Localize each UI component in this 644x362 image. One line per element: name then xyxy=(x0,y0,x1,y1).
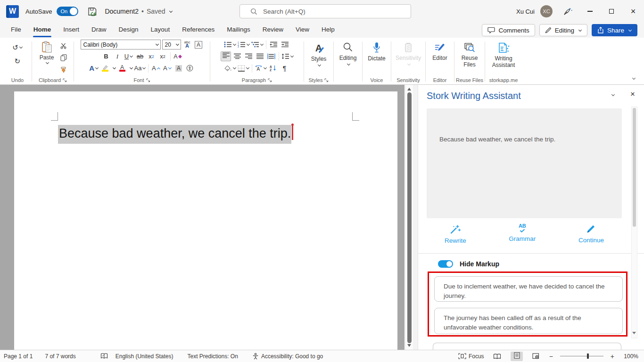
increase-indent-button[interactable] xyxy=(280,40,290,49)
enclose-characters-button[interactable] xyxy=(185,63,195,73)
word-logo-icon[interactable]: W xyxy=(6,5,19,18)
editing-button[interactable]: Editing xyxy=(336,39,360,66)
tab-file[interactable]: File xyxy=(5,23,27,38)
focus-button[interactable]: Focus xyxy=(458,353,484,360)
document-scrollbar[interactable] xyxy=(405,85,413,350)
tab-layout[interactable]: Layout xyxy=(145,23,176,38)
scrollbar-thumb[interactable] xyxy=(407,92,412,343)
italic-button[interactable]: I xyxy=(113,51,123,61)
text-predictions-indicator[interactable]: Text Predictions: On xyxy=(188,353,238,360)
panel-options-chevron-icon[interactable] xyxy=(611,93,615,96)
font-size-select[interactable]: 20 xyxy=(162,40,181,49)
undo-button[interactable]: ↺ xyxy=(12,42,23,52)
distribute-text-button[interactable] xyxy=(266,51,276,61)
minimize-button[interactable] xyxy=(579,0,601,22)
accessibility-status[interactable]: Accessibility: Good to go xyxy=(252,353,323,360)
redo-button[interactable]: ↻ xyxy=(12,56,22,66)
clear-formatting-button[interactable]: A xyxy=(173,51,183,61)
shrink-font-button[interactable]: A xyxy=(162,63,172,73)
decrease-indent-button[interactable] xyxy=(269,40,279,49)
phonetic-guide-button[interactable]: abcA xyxy=(182,40,192,49)
strikethrough-button[interactable]: ab xyxy=(135,51,145,61)
share-button[interactable]: Share xyxy=(592,24,637,36)
font-color-button[interactable]: A xyxy=(117,63,127,73)
collapse-ribbon-chevron-icon[interactable] xyxy=(632,76,636,80)
styles-button[interactable]: A Styles xyxy=(307,39,330,67)
maximize-button[interactable] xyxy=(601,0,622,22)
word-count[interactable]: 7 of 7 words xyxy=(45,353,75,360)
dialog-launcher-icon[interactable] xyxy=(324,78,329,82)
tab-view[interactable]: View xyxy=(289,23,315,38)
document-page[interactable]: Because bad weather, we cancel the trip. xyxy=(14,91,397,350)
print-layout-button[interactable] xyxy=(511,352,523,361)
close-button[interactable]: × xyxy=(622,0,644,22)
align-right-button[interactable] xyxy=(244,51,254,61)
numbering-button[interactable]: 123 xyxy=(238,40,250,49)
grammar-button[interactable]: AB Grammar xyxy=(509,223,536,251)
scroll-down-arrow-icon[interactable] xyxy=(407,344,411,349)
panel-scroll-down-arrow-icon[interactable] xyxy=(632,332,636,336)
scroll-up-arrow-icon[interactable] xyxy=(407,86,411,90)
zoom-slider[interactable] xyxy=(560,356,603,356)
document-text-line[interactable]: Because bad weather, we cancel the trip. xyxy=(58,125,293,141)
quill-sparkle-icon[interactable] xyxy=(563,7,572,16)
search-input[interactable]: Search (Alt+Q) xyxy=(239,4,411,18)
tab-design[interactable]: Design xyxy=(113,23,145,38)
proofing-icon[interactable] xyxy=(100,353,108,359)
panel-scrollbar[interactable] xyxy=(631,107,637,338)
panel-close-icon[interactable]: × xyxy=(630,90,635,99)
paste-button[interactable]: Paste xyxy=(37,40,57,74)
show-formatting-marks-button[interactable]: ¶ xyxy=(280,63,289,73)
align-center-button[interactable] xyxy=(232,51,242,61)
font-name-select[interactable]: Calibri (Body) xyxy=(81,40,161,49)
change-case-button[interactable]: Aa xyxy=(134,63,146,73)
align-left-button[interactable] xyxy=(221,51,231,61)
text-effects-button[interactable]: A xyxy=(89,63,99,73)
zoom-in-button[interactable]: + xyxy=(611,353,614,360)
bold-button[interactable]: B xyxy=(101,51,111,61)
comments-button[interactable]: Comments xyxy=(482,24,535,36)
character-border-button[interactable]: A xyxy=(194,40,204,49)
multilevel-list-button[interactable] xyxy=(251,40,264,49)
continue-button[interactable]: Continue xyxy=(578,223,604,251)
editor-button[interactable]: Editor xyxy=(428,39,452,61)
hide-markup-toggle[interactable] xyxy=(438,260,453,268)
grow-font-button[interactable]: A xyxy=(151,63,161,73)
page-indicator[interactable]: Page 1 of 1 xyxy=(4,353,33,360)
asian-layout-button[interactable]: A xyxy=(255,63,267,73)
zoom-out-button[interactable]: − xyxy=(549,353,553,360)
tab-references[interactable]: References xyxy=(176,23,221,38)
sort-button[interactable]: AZ xyxy=(268,63,278,73)
avatar[interactable]: XC xyxy=(540,5,553,17)
assistant-text-input[interactable]: Because bad weather, we cancel the trip. xyxy=(427,108,622,218)
tab-review[interactable]: Review xyxy=(256,23,289,38)
tab-draw[interactable]: Draw xyxy=(85,23,113,38)
superscript-button[interactable]: x2 xyxy=(158,51,168,61)
suggestion-card-partial[interactable] xyxy=(433,343,621,350)
dialog-launcher-icon[interactable] xyxy=(146,78,150,82)
bullets-button[interactable] xyxy=(224,40,236,49)
document-title[interactable]: Document2 • Saved xyxy=(105,8,172,15)
copy-button[interactable] xyxy=(58,53,68,63)
character-shading-button[interactable]: A xyxy=(173,63,183,73)
autosave-toggle[interactable]: On xyxy=(57,7,78,16)
dialog-launcher-icon[interactable] xyxy=(63,78,67,82)
tab-help[interactable]: Help xyxy=(315,23,341,38)
editing-mode-button[interactable]: Editing xyxy=(539,24,587,36)
user-name[interactable]: Xu Cui xyxy=(516,8,535,15)
dictate-button[interactable]: Dictate xyxy=(365,39,388,62)
rewrite-button[interactable]: Rewrite xyxy=(445,223,466,251)
zoom-slider-thumb[interactable] xyxy=(587,354,589,359)
writing-assistant-button[interactable]: WritingAssistant xyxy=(490,39,517,69)
format-painter-button[interactable] xyxy=(58,65,68,74)
cut-button[interactable] xyxy=(58,41,68,51)
underline-button[interactable]: U xyxy=(124,51,134,61)
suggestion-card[interactable]: Due to inclement weather, we have decide… xyxy=(434,276,623,302)
read-mode-button[interactable] xyxy=(491,352,504,361)
save-icon[interactable] xyxy=(88,7,97,16)
borders-button[interactable] xyxy=(238,63,249,73)
selected-text[interactable]: Because bad weather, we cancel the trip. xyxy=(58,125,291,144)
zoom-level[interactable]: 100% xyxy=(621,353,638,360)
language-indicator[interactable]: English (United States) xyxy=(116,353,173,360)
reuse-files-button[interactable]: ReuseFiles xyxy=(458,39,481,68)
